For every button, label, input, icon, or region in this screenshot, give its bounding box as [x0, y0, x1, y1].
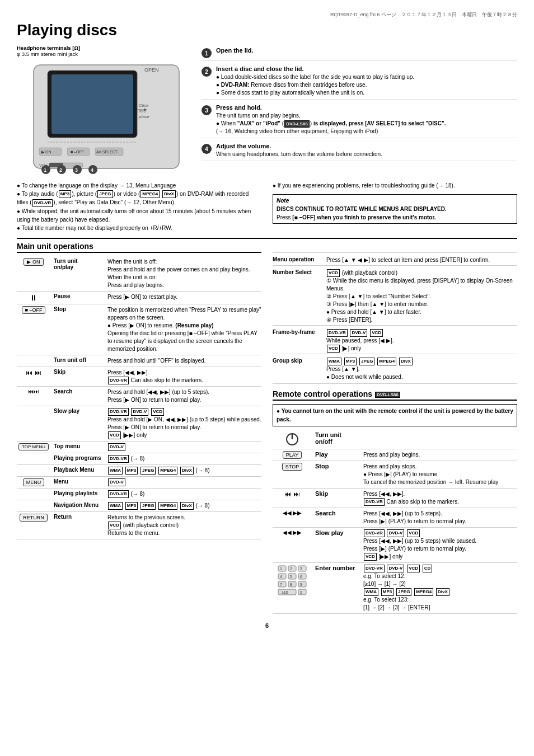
ops-desc-playing-playlists: DVD-VR (→ 8): [107, 490, 261, 498]
svg-text:4: 4: [91, 167, 93, 173]
ops-label-pause: Pause: [54, 293, 104, 299]
mop-label-number-select: Number Select: [273, 269, 323, 324]
menu-ops-row-menu-op: Menu operation Press [▲ ▼ ◀ ▶] to select…: [273, 255, 517, 266]
device-illustration: OPEN Click into place ▶ ON ■ –OFF AV SEL…: [17, 59, 190, 177]
ops-row-playing-playlists: Playing playlists DVD-VR (→ 8): [17, 489, 261, 500]
step-4-desc: When using headphones, turn down the vol…: [216, 151, 517, 158]
remote-desc-search: Press [◀◀, ▶▶] (up to 5 steps). Press [▶…: [363, 510, 517, 525]
step-2: 2 Insert a disc and close the lid. ● Loa…: [202, 63, 517, 100]
menu-ops-row-frame-by-frame: Frame-by-frame DVD-VR DVD-V VCD While pa…: [273, 328, 517, 354]
remote-label-stop: Stop: [315, 463, 360, 469]
step-circle-2: 2: [202, 67, 212, 77]
ops-desc-menu: DVD-V: [107, 478, 261, 486]
notes-right: ● If you are experiencing problems, refe…: [273, 181, 517, 232]
remote-note-box: ● You cannot turn on the unit with the r…: [273, 404, 517, 426]
ops-desc-return: Returns to the previous screen. VCD (wit…: [107, 514, 261, 537]
ops-desc-stop: The position is memorized when "Press PL…: [107, 306, 261, 353]
remote-desc-enter-number: DVD-VR DVD-V VCD CD e.g. To select 12: […: [363, 565, 517, 612]
remote-desc-stop: Press and play stops. ● Press [▶] (PLAY)…: [363, 463, 517, 486]
mop-label-frame-by-frame: Frame-by-frame: [273, 329, 323, 353]
ops-desc-top-menu: DVD-V: [107, 443, 261, 451]
page-number: 6: [17, 622, 517, 629]
ops-row-skip: ⏮ ⏭ Skip Press [◀◀, ▶▶]. DVD-VR Can also…: [17, 367, 261, 387]
svg-text:■ –OFF: ■ –OFF: [71, 150, 84, 154]
ops-icon-turn-on: ▶ ON: [17, 258, 50, 266]
ops-label-skip: Skip: [54, 369, 104, 375]
step-2-desc: ● Load double-sided discs so the label f…: [216, 73, 517, 97]
remote-row-enter-number: 1 2 3 4 5 6 7 8: [273, 563, 517, 614]
ops-label-menu: Menu: [54, 478, 104, 485]
main-ops-table: ▶ ON Turn uniton/play When the unit is o…: [17, 256, 261, 539]
ops-label-turn-off: Turn unit off: [54, 357, 104, 363]
remote-label-slow-play: Slow play: [315, 529, 360, 536]
menu-ops-row-number-select: Number Select VCD (with playback control…: [273, 268, 517, 326]
svg-text:8: 8: [290, 583, 292, 586]
remote-icon-slow-play: ◀◀ ▶▶: [273, 529, 312, 536]
step-circle-4: 4: [202, 144, 212, 154]
ops-label-turn-on: Turn uniton/play: [54, 258, 104, 270]
remote-row-play: PLAY Play Press and play begins.: [273, 449, 517, 461]
headphone-label: Headphone terminals [Ω] φ 3.5 mm stereo …: [17, 45, 196, 57]
remote-row-slow-play: ◀◀ ▶▶ Slow play DVD-VR DVD-V VCD Press […: [273, 528, 517, 563]
remote-icon-power: [273, 431, 312, 447]
mop-label-group-skip: Group skip: [273, 358, 323, 381]
remote-label-play: Play: [315, 451, 360, 458]
menu-ops-section: Menu operation Press [▲ ▼ ◀ ▶] to select…: [273, 242, 517, 384]
step-circle-3: 3: [202, 105, 212, 115]
main-unit-ops-section: Main unit operations ▶ ON Turn uniton/pl…: [17, 242, 261, 614]
ops-row-search: ⏮⏭ Search Press and hold [◀◀, ▶▶] (up to…: [17, 387, 261, 406]
svg-text:2: 2: [59, 167, 62, 173]
ops-icon-top-menu: TOP MENU: [17, 443, 50, 450]
remote-icon-enter-number: 1 2 3 4 5 6 7 8: [273, 565, 312, 598]
remote-desc-slow-play: DVD-VR DVD-V VCD Press [◀◀, ▶▶] (up to 5…: [363, 529, 517, 561]
ops-desc-slow-play: DVD-VR DVD-V VCD Press and hold [▶ ON, ◀…: [107, 408, 261, 439]
step-1: 1 Open the lid.: [202, 45, 517, 61]
step-3-desc: The unit turns on and play begins. ● Whe…: [216, 112, 517, 135]
ops-row-menu: MENU Menu DVD-V: [17, 477, 261, 489]
notes-section: ● To change the language on the display …: [17, 181, 517, 232]
ops-label-search: Search: [54, 388, 104, 395]
svg-text:Click: Click: [139, 103, 149, 108]
remote-row-stop: STOP Stop Press and play stops. ● Press …: [273, 461, 517, 489]
svg-text:1: 1: [280, 567, 282, 571]
svg-text:5: 5: [290, 575, 292, 579]
ops-label-playback-menu: Playback Menu: [54, 467, 104, 473]
svg-text:0: 0: [300, 590, 302, 594]
remote-row-skip: ⏮ ⏭ Skip Press [◀◀, ▶▶]. DVD-VR Can also…: [273, 489, 517, 508]
ops-icon-return: RETURN: [17, 514, 50, 522]
svg-text:7: 7: [280, 583, 282, 586]
ops-label-nav-menu: Navigation Menu: [54, 502, 104, 508]
right-col: Menu operation Press [▲ ▼ ◀ ▶] to select…: [273, 242, 517, 614]
ops-desc-playback-menu: WMA MP3 JPEG MPEG4 DivX (→ 8): [107, 467, 261, 475]
remote-icon-play: PLAY: [273, 451, 312, 459]
note-box: Note DISCS CONTINUE TO ROTATE WHILE MENU…: [273, 194, 517, 224]
ops-row-playback-menu: Playback Menu WMA MP3 JPEG MPEG4 DivX (→…: [17, 465, 261, 477]
ops-icon-search: ⏮⏭: [17, 388, 50, 395]
svg-text:≥10: ≥10: [282, 590, 288, 594]
ops-desc-nav-menu: WMA MP3 JPEG MPEG4 DivX (→ 8): [107, 502, 261, 510]
remote-label-skip: Skip: [315, 490, 360, 497]
ops-row-playing-programs: Playing programs DVD-VR (→ 8): [17, 453, 261, 465]
mop-desc-menu-op: Press [▲ ▼ ◀ ▶] to select an item and pr…: [326, 256, 517, 264]
svg-text:6: 6: [300, 575, 302, 579]
step-3: 3 Press and hold. The unit turns on and …: [202, 102, 517, 138]
ops-desc-turn-off: Press and hold until "OFF" is displayed.: [107, 357, 261, 365]
ops-row-top-menu: TOP MENU Top menu DVD-V: [17, 442, 261, 453]
step-circle-1: 1: [202, 48, 212, 58]
svg-text:OPEN: OPEN: [144, 67, 159, 73]
main-unit-ops-title: Main unit operations: [17, 242, 261, 253]
step-4: 4 Adjust the volume. When using headphon…: [202, 140, 517, 161]
step-1-title: Open the lid.: [216, 47, 517, 54]
svg-text:▶ ON: ▶ ON: [41, 150, 51, 154]
remote-ops-section: Remote control operations DVD-LS86 ● You…: [273, 389, 517, 614]
page-title: Playing discs: [17, 21, 517, 39]
remote-desc-play: Press and play begins.: [363, 451, 517, 459]
steps-area: 1 Open the lid. 2 Insert a disc and clos…: [202, 45, 517, 177]
ops-label-stop: Stop: [54, 306, 104, 312]
ops-desc-search: Press and hold [◀◀, ▶▶] (up to 5 steps).…: [107, 388, 261, 404]
ops-icon-stop: ■ –OFF: [17, 306, 50, 314]
ops-label-playing-playlists: Playing playlists: [54, 490, 104, 496]
ops-icon-pause: ⏸: [17, 293, 50, 302]
menu-ops-row-group-skip: Group skip WMA MP3 JPEG MPEG4 DivX Press…: [273, 356, 517, 384]
device-area: Headphone terminals [Ω] φ 3.5 mm stereo …: [17, 45, 196, 177]
